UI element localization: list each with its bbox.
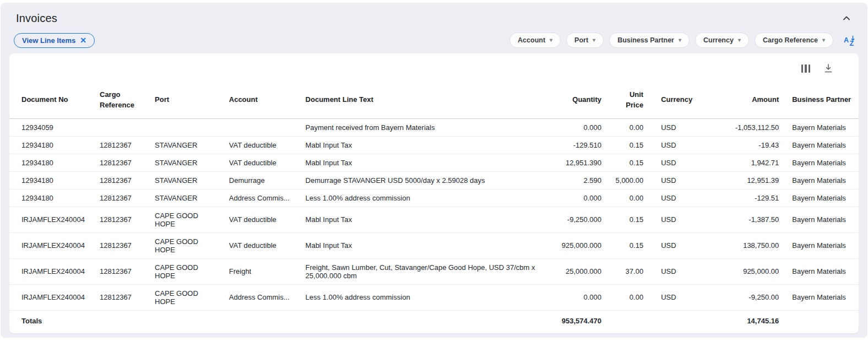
cell-cargo_reference: 12812367 [93,154,148,171]
table-actions [9,53,859,74]
cell-line_text: Demurrage STAVANGER USD 5000/day x 2.590… [299,171,546,189]
cell-account: Address Commis... [223,189,299,207]
cell-unit_price: 0.00 [608,284,650,310]
cell-document_no: IRJAMFLEX240004 [9,258,93,284]
cell-line_text: Less 1.00% address commission [299,189,546,207]
cell-document_no: IRJAMFLEX240004 [9,232,93,258]
toolbar: View Line Items ✕ Account ▾ Port ▾ Busin… [1,28,867,53]
cell-port: CAPE GOOD HOPE [148,284,223,310]
cell-business_partner: Bayern Materials [785,118,859,136]
filter-account[interactable]: Account ▾ [509,33,561,48]
sort-alphabetical-button[interactable]: A Z [843,35,856,46]
cell-port: STAVANGER [148,154,223,171]
cell-unit_price: 0.15 [608,207,650,232]
cell-line_text: Mabl Input Tax [299,207,546,232]
cell-account: Demurrage [223,171,299,189]
cell-quantity: -129.510 [546,136,608,154]
cell-unit_price: 0.15 [608,154,650,171]
totals-currency-empty [650,310,700,332]
cell-amount: 1,942.71 [700,154,785,171]
cell-amount: -129.51 [700,189,785,207]
cell-cargo_reference: 12812367 [93,284,148,310]
table-row[interactable]: 1293418012812367STAVANGERDemurrageDemurr… [9,171,859,189]
column-header-unit_price[interactable]: Unit Price [608,79,650,118]
panel-header: Invoices [1,3,867,28]
cell-currency: USD [650,118,700,136]
filter-currency[interactable]: Currency ▾ [695,33,749,48]
table-row[interactable]: IRJAMFLEX24000412812367CAPE GOOD HOPEVAT… [9,207,859,232]
cell-quantity: 2.590 [546,171,608,189]
table-row[interactable]: 1293418012812367STAVANGERVAT deductibleM… [9,136,859,154]
cell-account: Address Commis... [223,284,299,310]
cell-cargo_reference: 12812367 [93,171,148,189]
table-row[interactable]: 1293418012812367STAVANGERAddress Commis.… [9,189,859,207]
column-settings-button[interactable] [801,64,811,73]
close-icon[interactable]: ✕ [80,36,86,44]
cell-currency: USD [650,284,700,310]
column-header-port[interactable]: Port [148,79,223,118]
cell-port [148,118,223,136]
cell-business_partner: Bayern Materials [785,284,859,310]
cell-document_no: 12934180 [9,171,93,189]
totals-amount: 14,745.16 [700,310,785,332]
column-header-business_partner[interactable]: Business Partner [785,79,859,118]
table-header-row: Document NoCargo ReferencePortAccountDoc… [9,79,859,118]
table-row[interactable]: 12934059Payment received from Bayern Mat… [9,118,859,136]
table-row[interactable]: IRJAMFLEX24000412812367CAPE GOOD HOPEVAT… [9,232,859,258]
view-line-items-chip[interactable]: View Line Items ✕ [14,33,95,48]
column-header-currency[interactable]: Currency [650,79,700,118]
column-header-cargo_reference[interactable]: Cargo Reference [93,79,148,118]
table-row[interactable]: IRJAMFLEX24000412812367CAPE GOOD HOPEFre… [9,258,859,284]
cell-unit_price: 0.15 [608,136,650,154]
table-row[interactable]: IRJAMFLEX24000412812367CAPE GOOD HOPEAdd… [9,284,859,310]
cell-document_no: 12934180 [9,154,93,171]
cell-line_text: Mabl Input Tax [299,232,546,258]
filter-cargo-reference[interactable]: Cargo Reference ▾ [755,33,833,48]
cell-currency: USD [650,207,700,232]
filter-business-partner[interactable]: Business Partner ▾ [609,33,690,48]
cell-quantity: 12,951.390 [546,154,608,171]
cell-line_text: Mabl Input Tax [299,154,546,171]
cell-port: STAVANGER [148,189,223,207]
cell-unit_price: 0.00 [608,189,650,207]
cell-unit_price: 0.00 [608,118,650,136]
filter-label: Currency [703,36,734,44]
column-header-quantity[interactable]: Quantity [546,79,608,118]
cell-currency: USD [650,171,700,189]
cell-cargo_reference: 12812367 [93,189,148,207]
chevron-down-icon: ▾ [593,37,595,43]
totals-business-partner-empty [785,310,859,332]
totals-row: Totals 953,574.470 14,745.16 [9,310,859,332]
totals-label: Totals [9,310,546,332]
chevron-down-icon: ▾ [738,37,741,43]
cell-quantity: 925,000.000 [546,232,608,258]
cell-amount: 12,951.39 [700,171,785,189]
filter-port[interactable]: Port ▾ [566,33,604,48]
table-footer: Load more [1,333,867,341]
cell-amount: -1,387.50 [700,207,785,232]
column-header-document_no[interactable]: Document No [9,79,93,118]
filter-label: Business Partner [617,36,674,44]
cell-port: CAPE GOOD HOPE [148,207,223,232]
cell-account: VAT deductible [223,232,299,258]
cell-business_partner: Bayern Materials [785,232,859,258]
cell-document_no: 12934180 [9,189,93,207]
cell-amount: -1,053,112.50 [700,118,785,136]
column-header-account[interactable]: Account [223,79,299,118]
svg-text:Z: Z [850,40,854,46]
column-header-amount[interactable]: Amount [700,79,785,118]
cell-business_partner: Bayern Materials [785,171,859,189]
cell-currency: USD [650,154,700,171]
cell-amount: 138,750.00 [700,232,785,258]
cell-quantity: 25,000.000 [546,258,608,284]
cell-line_text: Mabl Input Tax [299,136,546,154]
table-row[interactable]: 1293418012812367STAVANGERVAT deductibleM… [9,154,859,171]
filter-label: Port [574,36,588,44]
column-header-line_text[interactable]: Document Line Text [299,79,546,118]
cell-port: CAPE GOOD HOPE [148,258,223,284]
totals-unit-price-empty [608,310,650,332]
invoices-table-card: Document NoCargo ReferencePortAccountDoc… [9,53,859,333]
download-button[interactable] [823,63,833,73]
cell-document_no: IRJAMFLEX240004 [9,207,93,232]
collapse-panel-button[interactable] [840,12,853,25]
